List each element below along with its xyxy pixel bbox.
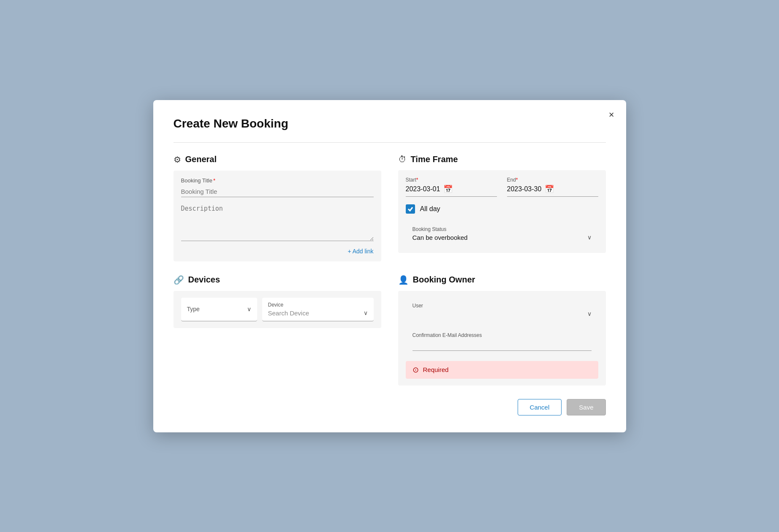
booking-title-label: Booking Title* [181, 177, 374, 184]
devices-title: Devices [188, 275, 220, 285]
save-button[interactable]: Save [567, 399, 605, 415]
device-row: Type ∨ Device Search Device ∨ [181, 298, 374, 321]
booking-status-label: Booking Status [413, 226, 592, 232]
booking-status-dropdown[interactable]: Booking Status Can be overbooked ∨ [406, 221, 598, 246]
user-label: User [413, 303, 592, 309]
device-chevron-icon[interactable]: ∨ [364, 309, 368, 316]
end-date-field: End* 2023-03-30 📅 [507, 177, 598, 197]
warning-icon: ⊙ [413, 365, 419, 375]
end-date-value: 2023-03-30 [507, 185, 542, 193]
end-calendar-icon[interactable]: 📅 [545, 185, 554, 194]
email-label: Confirmation E-Mail Addresses [413, 332, 592, 338]
time-frame-header: ⏱ Time Frame [398, 155, 606, 164]
start-date-value: 2023-03-01 [406, 185, 440, 193]
start-calendar-icon[interactable]: 📅 [443, 185, 453, 194]
devices-header: 🔗 Devices [174, 275, 381, 285]
gear-icon: ⚙ [174, 155, 181, 165]
modal-footer: Cancel Save [174, 399, 606, 415]
allday-row: All day [406, 204, 598, 214]
general-section: ⚙ General Booking Title* + Add link [174, 155, 381, 261]
description-textarea[interactable] [181, 203, 374, 241]
modal-title: Create New Booking [174, 117, 606, 130]
booking-status-value: Can be overbooked [413, 234, 468, 241]
devices-section: 🔗 Devices Type ∨ Device Search Device [174, 275, 381, 385]
clock-icon: ⏱ [398, 155, 407, 164]
booking-owner-box: User ∨ Confirmation E-Mail Addresses ⊙ R… [398, 291, 606, 385]
time-frame-box: Start* 2023-03-01 📅 End* [398, 170, 606, 253]
general-box: Booking Title* + Add link [174, 171, 381, 261]
email-field-box: Confirmation E-Mail Addresses [406, 327, 598, 356]
booking-title-input[interactable] [181, 186, 374, 197]
time-frame-section: ⏱ Time Frame Start* 2023-03-01 📅 [398, 155, 606, 261]
close-button[interactable]: × [609, 110, 614, 119]
booking-status-chevron-icon[interactable]: ∨ [587, 234, 592, 241]
devices-box: Type ∨ Device Search Device ∨ [174, 291, 381, 328]
start-date-field: Start* 2023-03-01 📅 [406, 177, 497, 197]
cancel-button[interactable]: Cancel [518, 399, 562, 415]
start-label: Start* [406, 177, 497, 183]
allday-label: All day [420, 205, 440, 213]
date-range-row: Start* 2023-03-01 📅 End* [406, 177, 598, 197]
modal-backdrop: × Create New Booking ⚙ General Booking T… [0, 0, 779, 532]
modal-divider [174, 142, 606, 143]
allday-checkbox[interactable] [406, 204, 415, 214]
type-label: Type [187, 306, 200, 312]
user-dropdown[interactable]: User ∨ [406, 298, 598, 322]
booking-owner-section: 👤 Booking Owner User ∨ Confirmation E-Ma… [398, 275, 606, 385]
modal-dialog: × Create New Booking ⚙ General Booking T… [153, 100, 626, 432]
email-input[interactable] [413, 340, 592, 351]
user-chevron-icon[interactable]: ∨ [587, 310, 592, 317]
link-icon: 🔗 [174, 275, 184, 285]
device-search-dropdown[interactable]: Device Search Device ∨ [262, 298, 374, 321]
person-icon: 👤 [398, 275, 409, 285]
type-chevron-icon[interactable]: ∨ [247, 306, 251, 312]
booking-owner-header: 👤 Booking Owner [398, 275, 606, 285]
type-dropdown[interactable]: Type ∨ [181, 298, 257, 321]
general-header: ⚙ General [174, 155, 381, 165]
add-link-button[interactable]: + Add link [181, 248, 374, 255]
time-frame-title: Time Frame [411, 155, 458, 164]
device-placeholder: Search Device [268, 309, 309, 317]
general-title: General [185, 155, 217, 164]
modal-body: ⚙ General Booking Title* + Add link [174, 155, 606, 385]
required-banner: ⊙ Required [406, 361, 598, 379]
device-field-label: Device [268, 302, 368, 308]
booking-owner-title: Booking Owner [413, 275, 475, 285]
required-text: Required [423, 366, 449, 373]
end-label: End* [507, 177, 598, 183]
